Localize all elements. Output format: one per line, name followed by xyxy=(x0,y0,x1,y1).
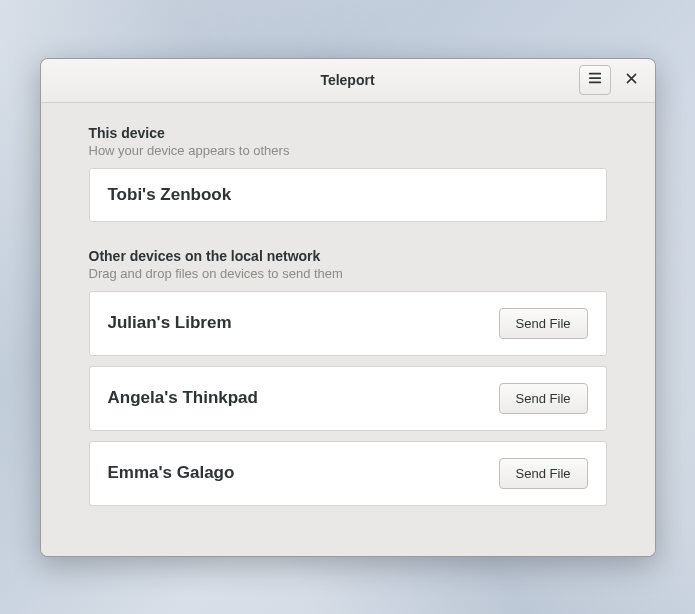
this-device-heading: This device xyxy=(89,125,607,141)
close-icon xyxy=(625,71,638,89)
send-file-button[interactable]: Send File xyxy=(499,458,588,489)
window-title: Teleport xyxy=(41,72,655,88)
device-name: Angela's Thinkpad xyxy=(108,388,258,408)
device-row[interactable]: Angela's Thinkpad Send File xyxy=(89,366,607,431)
device-row[interactable]: Julian's Librem Send File xyxy=(89,291,607,356)
other-devices-section: Other devices on the local network Drag … xyxy=(89,248,607,506)
this-device-row[interactable]: Tobi's Zenbook xyxy=(89,168,607,222)
this-device-name: Tobi's Zenbook xyxy=(108,185,232,205)
send-file-button[interactable]: Send File xyxy=(499,308,588,339)
menu-button[interactable] xyxy=(579,65,611,95)
other-devices-heading: Other devices on the local network xyxy=(89,248,607,264)
app-window: Teleport This device How your device app… xyxy=(40,58,656,557)
titlebar: Teleport xyxy=(41,59,655,103)
send-file-button[interactable]: Send File xyxy=(499,383,588,414)
device-row[interactable]: Emma's Galago Send File xyxy=(89,441,607,506)
close-button[interactable] xyxy=(617,65,647,95)
window-content: This device How your device appears to o… xyxy=(41,103,655,556)
other-devices-subheading: Drag and drop files on devices to send t… xyxy=(89,266,607,281)
hamburger-icon xyxy=(588,71,602,89)
device-name: Julian's Librem xyxy=(108,313,232,333)
this-device-subheading: How your device appears to others xyxy=(89,143,607,158)
titlebar-controls xyxy=(579,65,655,95)
device-name: Emma's Galago xyxy=(108,463,235,483)
this-device-section: This device How your device appears to o… xyxy=(89,125,607,222)
